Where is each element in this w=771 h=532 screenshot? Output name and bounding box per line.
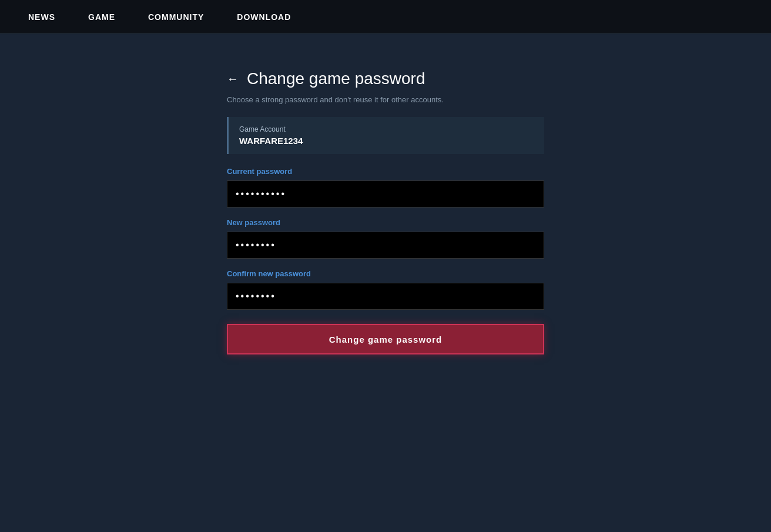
form-container: ← Change game password Choose a strong p… bbox=[227, 69, 544, 354]
account-name: WARFARE1234 bbox=[239, 136, 534, 146]
account-card: Game Account WARFARE1234 bbox=[227, 117, 544, 154]
new-password-group: New password bbox=[227, 218, 544, 259]
account-label: Game Account bbox=[239, 125, 534, 133]
nav-item-download[interactable]: DOWNLOAD bbox=[220, 0, 307, 34]
page-subtitle: Choose a strong password and don't reuse… bbox=[227, 95, 544, 104]
current-password-input[interactable] bbox=[227, 180, 544, 208]
title-row: ← Change game password bbox=[227, 69, 544, 88]
confirm-password-group: Confirm new password bbox=[227, 269, 544, 310]
main-content: ← Change game password Choose a strong p… bbox=[0, 34, 771, 532]
current-password-group: Current password bbox=[227, 167, 544, 208]
page-title: Change game password bbox=[247, 69, 425, 88]
new-password-input[interactable] bbox=[227, 232, 544, 259]
nav-item-news[interactable]: NEWS bbox=[12, 0, 72, 34]
back-arrow-icon[interactable]: ← bbox=[227, 72, 239, 86]
confirm-password-label: Confirm new password bbox=[227, 269, 544, 278]
navbar: NEWS GAME COMMUNITY DOWNLOAD bbox=[0, 0, 771, 34]
new-password-label: New password bbox=[227, 218, 544, 227]
current-password-label: Current password bbox=[227, 167, 544, 176]
confirm-password-input[interactable] bbox=[227, 283, 544, 310]
change-password-button[interactable]: Change game password bbox=[227, 324, 544, 354]
nav-item-game[interactable]: GAME bbox=[72, 0, 132, 34]
nav-item-community[interactable]: COMMUNITY bbox=[132, 0, 220, 34]
